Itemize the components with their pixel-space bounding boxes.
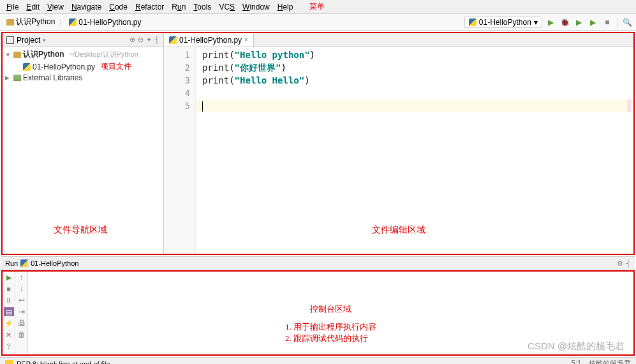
python-file-icon [23, 63, 31, 71]
code-line-1[interactable]: print("Hello python") [202, 48, 627, 61]
breadcrumb-root-label: 认识Python [16, 17, 55, 27]
scroll-end-button[interactable]: ⇥ [18, 307, 25, 316]
watermark: CSDN @炫酷的腿毛君 [528, 340, 625, 353]
menu-view[interactable]: View [43, 1, 68, 13]
cursor-position[interactable]: 5:1 [572, 359, 581, 364]
project-file-annotation: 项目文件 [101, 61, 131, 72]
exit-button[interactable]: ⚡ [4, 319, 13, 328]
python-file-icon [69, 18, 77, 26]
project-panel: Project ▾ ⊕ ⊖ ✦ ┤ ▼ 认识Python ~/Desktop/认… [3, 33, 164, 254]
nav-area-annotation: 文件导航区域 [54, 224, 107, 236]
code-line-4[interactable] [202, 87, 627, 99]
tree-root[interactable]: ▼ 认识Python ~/Desktop/认识Python [5, 48, 161, 61]
close-tab-icon[interactable]: × [244, 36, 248, 43]
status-message: PEP 8: blank line at end of file [17, 360, 110, 365]
breadcrumb-root[interactable]: 认识Python [4, 16, 57, 28]
menu-tools[interactable]: Tools [189, 1, 215, 13]
project-panel-header: Project ▾ ⊕ ⊖ ✦ ┤ [3, 33, 163, 47]
profile-button[interactable]: ▶ [588, 17, 598, 27]
clear-button[interactable]: 🗑 [18, 330, 26, 339]
tree-arrow-expanded-icon[interactable]: ▼ [5, 52, 11, 58]
code-line-5[interactable] [196, 99, 633, 112]
python-file-icon [20, 259, 28, 267]
console-ann-title: 控制台区域 [285, 303, 376, 315]
dropdown-arrow-icon: ▾ [43, 37, 46, 43]
run-panel-header: Run 01-HelloPython ⚙ ┤ [1, 256, 635, 270]
status-right: 5:1 炫酷的腿毛君 [572, 359, 631, 364]
console-annotation: 控制台区域 1. 用于输出程序执行内容 2. 跟踪调试代码的执行 [285, 303, 376, 344]
run-button[interactable]: ▶ [546, 17, 556, 27]
dump-threads-button[interactable]: ▤ [4, 307, 14, 316]
down-stack-button[interactable]: ↓ [20, 284, 24, 293]
gear-icon[interactable]: ⚙ [617, 259, 623, 268]
run-title-name: 01-HelloPython [31, 259, 78, 267]
stop-button[interactable]: ■ [602, 17, 612, 27]
code-line-2[interactable]: print("你好世界") [202, 61, 627, 74]
run-title-prefix: Run [5, 259, 18, 267]
debug-button[interactable]: 🐞 [560, 17, 570, 27]
run-toolbar-left2: ↑ ↓ ↩ ⇥ 🖶 🗑 [15, 272, 28, 354]
project-tree: ▼ 认识Python ~/Desktop/认识Python 01-HelloPy… [3, 47, 163, 84]
settings-icon[interactable]: ✦ [146, 36, 152, 44]
menu-window[interactable]: Window [239, 1, 274, 13]
status-misc: 炫酷的腿毛君 [589, 359, 631, 364]
project-panel-title[interactable]: Project ▾ [6, 36, 46, 45]
run-config-selector[interactable]: 01-HelloPython ▾ [464, 17, 542, 28]
project-icon [6, 36, 14, 44]
print-button[interactable]: 🖶 [18, 319, 26, 328]
editor-tab[interactable]: 01-HelloPython.py × [164, 33, 254, 47]
run-coverage-button[interactable]: ▶ [574, 17, 584, 27]
status-bar: PEP 8: blank line at end of file 5:1 炫酷的… [0, 357, 636, 364]
editor-body: 1 2 3 4 5 print("Hello python") print("你… [164, 47, 633, 254]
tree-file[interactable]: 01-HelloPython.py 项目文件 [5, 61, 161, 73]
code-area[interactable]: print("Hello python") print("你好世界") prin… [196, 47, 633, 254]
dropdown-arrow-icon: ▾ [534, 18, 538, 27]
help-button[interactable]: ? [4, 342, 13, 351]
soft-wrap-button[interactable]: ↩ [18, 296, 25, 305]
folder-icon [6, 19, 14, 25]
breadcrumb-sep: 〉 [59, 18, 65, 27]
warning-icon[interactable] [5, 360, 13, 365]
line-num[interactable]: 1 [164, 48, 190, 61]
tree-file-label: 01-HelloPython.py [33, 62, 95, 71]
code-line-3[interactable]: print("Hello Hello") [202, 74, 627, 87]
menu-code[interactable]: Code [105, 1, 131, 13]
project-panel-title-label: Project [17, 36, 40, 45]
error-stripe[interactable] [627, 99, 631, 112]
tree-root-label: 认识Python [23, 49, 64, 60]
pause-button[interactable]: ⏸ [4, 296, 13, 305]
menu-help[interactable]: Help [274, 1, 297, 13]
menu-run[interactable]: Run [168, 1, 189, 13]
tree-external-libs[interactable]: ▶ External Libraries [5, 73, 161, 83]
close-button[interactable]: ✕ [4, 330, 13, 339]
tree-external-libs-label: External Libraries [23, 73, 82, 82]
search-button[interactable]: 🔍 [622, 17, 632, 27]
hide-panel-icon[interactable]: ┤ [626, 259, 631, 268]
tree-root-path: ~/Desktop/认识Python [69, 50, 138, 59]
hide-panel-icon[interactable]: ┤ [154, 36, 159, 44]
menu-annotation: 菜单 [309, 1, 325, 12]
menu-edit[interactable]: Edit [22, 1, 43, 13]
run-panel-title[interactable]: Run 01-HelloPython [5, 259, 78, 267]
breadcrumb-file[interactable]: 01-HelloPython.py [66, 17, 144, 27]
collapse-all-icon[interactable]: ⊕ [129, 36, 135, 44]
menu-navigate[interactable]: Navigate [68, 1, 105, 13]
menu-refactor[interactable]: Refactor [131, 1, 168, 13]
run-panel-tools: ⚙ ┤ [617, 259, 631, 268]
console-ann-desc2: 2. 跟踪调试代码的执行 [285, 333, 376, 344]
breadcrumb-file-label: 01-HelloPython.py [78, 18, 141, 27]
toolbar-right: 01-HelloPython ▾ ▶ 🐞 ▶ ▶ ■ | 🔍 [464, 17, 632, 28]
menu-vcs[interactable]: VCS [215, 1, 239, 13]
line-num[interactable]: 5 [164, 99, 190, 112]
python-file-icon [469, 18, 477, 26]
line-num[interactable]: 4 [164, 87, 190, 99]
rerun-button[interactable]: ▶ [4, 273, 13, 282]
line-num[interactable]: 2 [164, 61, 190, 74]
line-gutter: 1 2 3 4 5 [164, 47, 196, 254]
up-stack-button[interactable]: ↑ [20, 273, 24, 282]
line-num[interactable]: 3 [164, 74, 190, 87]
stop-button[interactable]: ■ [4, 284, 13, 293]
scroll-from-source-icon[interactable]: ⊖ [138, 36, 144, 44]
menu-file[interactable]: File [3, 1, 22, 13]
tree-arrow-collapsed-icon[interactable]: ▶ [5, 75, 11, 81]
